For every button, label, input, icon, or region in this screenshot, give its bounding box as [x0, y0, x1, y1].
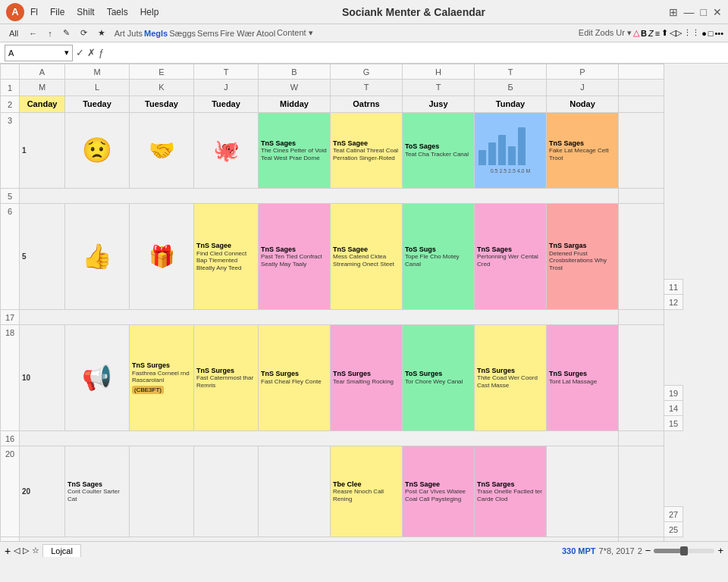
name-box-arrow[interactable]: ▾: [64, 48, 69, 58]
cell-w2-T[interactable]: TnS Sagee Find Cled Connect Bap Tlemente…: [194, 204, 259, 310]
day-tunday[interactable]: Tunday: [475, 96, 547, 113]
nav-italic[interactable]: Z: [648, 29, 654, 38]
cell-w4-H[interactable]: TnS Sagee Post Car Vlves Wlatee Coal Cal…: [403, 446, 475, 537]
nav-share[interactable]: ⋮⋮: [683, 28, 700, 38]
nav-sort[interactable]: ⬆: [661, 28, 668, 38]
nav-art[interactable]: Art Juts: [115, 29, 143, 38]
nav-sems[interactable]: Sems: [197, 29, 218, 38]
cell-w2-M[interactable]: 👍: [65, 204, 130, 310]
cell-w1-T2[interactable]: 0.5 2.5 2.5 4.0 M: [475, 113, 547, 189]
nav-all[interactable]: All: [5, 28, 23, 39]
name-box[interactable]: A ▾: [5, 45, 73, 61]
close-icon[interactable]: ✕: [713, 6, 722, 18]
formula-cross[interactable]: ✗: [87, 47, 96, 58]
sheet-right-icon[interactable]: ▷: [23, 546, 29, 555]
sheet-star-icon[interactable]: ☆: [32, 546, 39, 555]
cell-w1-H[interactable]: ToS Sages Teat Cha Tracker Canal: [403, 113, 475, 189]
cell-w3-P[interactable]: TnS Surges Tont Lat Massage: [547, 325, 619, 431]
menu-file[interactable]: File: [50, 7, 64, 17]
col-P[interactable]: P: [547, 64, 619, 80]
col-G[interactable]: G: [331, 64, 403, 80]
col-B[interactable]: B: [259, 64, 331, 80]
nav-content[interactable]: Content ▾: [277, 28, 313, 38]
cell-w4-P[interactable]: [547, 446, 619, 537]
cell-w2-E[interactable]: 🎁: [130, 204, 194, 310]
menu-help[interactable]: Help: [140, 7, 159, 17]
menu-fl[interactable]: Fl: [30, 7, 38, 17]
cell-w4-B[interactable]: [259, 446, 331, 537]
nav-saeggs[interactable]: Sæggs: [169, 29, 196, 38]
nav-refresh[interactable]: ⟳: [76, 27, 92, 39]
col-T2[interactable]: T: [475, 64, 547, 80]
cell-w1-A[interactable]: 1: [20, 113, 65, 189]
formula-fx[interactable]: ƒ: [99, 47, 104, 58]
nav-back[interactable]: ←: [24, 28, 42, 39]
cell-w4-M[interactable]: TnS Sages Cont Coulter Sarter Cat: [65, 446, 130, 537]
cell-w2-H[interactable]: ToS Sugs Tope Fle Cho Motey Canal: [403, 204, 475, 310]
col-A[interactable]: A: [20, 64, 65, 80]
col-M[interactable]: M: [65, 64, 130, 80]
nav-more[interactable]: •••: [714, 29, 723, 38]
minimize-icon[interactable]: —: [684, 6, 695, 18]
cell-w1-T[interactable]: 🐙: [194, 113, 259, 189]
cell-w4-E[interactable]: [130, 446, 194, 537]
cell-w3-T[interactable]: TnS Surges Fast Caternmost thar Remris: [194, 325, 259, 431]
nav-arrows[interactable]: ◁▷: [670, 28, 682, 38]
cell-w3-M[interactable]: 📢: [65, 325, 130, 431]
day-tueday2[interactable]: Tueday: [194, 96, 259, 113]
bottom-mpt[interactable]: 330 MPT: [562, 546, 596, 555]
cell-w2-P[interactable]: TnS Sargas Detened Frust Crosbsiteration…: [547, 204, 619, 310]
nav-bold[interactable]: B: [641, 29, 647, 38]
cell-w1-E[interactable]: 🤝: [130, 113, 194, 189]
day-tueday[interactable]: Tueday: [65, 96, 130, 113]
day-tuesday[interactable]: Tuesday: [130, 96, 194, 113]
day-oatrns[interactable]: Oatrns: [331, 96, 403, 113]
formula-check[interactable]: ✓: [76, 47, 84, 58]
day-noday[interactable]: Noday: [547, 96, 619, 113]
bottom-zoom-out[interactable]: −: [645, 545, 651, 556]
cell-w3-A[interactable]: 10: [20, 325, 65, 431]
menu-taels[interactable]: Taels: [107, 7, 128, 17]
col-E[interactable]: E: [130, 64, 194, 80]
cell-w1-G[interactable]: TnS Sagee Teat Catinal Threat Coal Perra…: [331, 113, 403, 189]
nav-up[interactable]: ↑: [43, 28, 57, 39]
cell-w2-G[interactable]: TnS Sagee Mess Catend Cktea Streaming On…: [331, 204, 403, 310]
sheet-left-icon[interactable]: ◁: [14, 546, 20, 555]
sheet-scroll[interactable]: A M E T B G H T P 1 M L K: [0, 64, 728, 541]
col-T[interactable]: T: [194, 64, 259, 80]
cell-w3-E[interactable]: TnS Surges Fasthrea Corneel rnd Rascarol…: [130, 325, 194, 431]
maximize-icon[interactable]: □: [701, 6, 707, 18]
cell-w3-T2[interactable]: TnS Surges Thite Coad Wer Coord Cast Mas…: [475, 325, 547, 431]
zoom-slider[interactable]: [654, 549, 714, 553]
tile-icon[interactable]: ⊞: [669, 6, 678, 18]
cell-w4-T[interactable]: [194, 446, 259, 537]
nav-list[interactable]: ≡: [655, 29, 660, 38]
day-midday[interactable]: Midday: [259, 96, 331, 113]
nav-editzods[interactable]: Edit Zods Ur ▾: [579, 28, 632, 38]
sheet-tab-lojcal[interactable]: Lojcal: [42, 544, 81, 557]
col-H[interactable]: H: [403, 64, 475, 80]
cell-w3-G[interactable]: TnS Surges Tear Smalting Rocking: [331, 325, 403, 431]
day-canday[interactable]: Canday: [20, 96, 65, 113]
cell-w1-M[interactable]: 😟: [65, 113, 130, 189]
cell-w3-H[interactable]: ToS Surges Tor Chore Wey Canal: [403, 325, 475, 431]
cell-w4-A[interactable]: 20: [20, 446, 65, 537]
cell-w4-G[interactable]: Tbe Clee Reasre Nnoch Call Rening: [331, 446, 403, 537]
nav-megls[interactable]: Megls: [144, 29, 168, 38]
cell-w3-B[interactable]: TnS Surges Fast Cheal Fley Conte: [259, 325, 331, 431]
nav-atool[interactable]: Atool: [256, 29, 275, 38]
nav-star[interactable]: ★: [93, 27, 110, 39]
nav-dot[interactable]: ●: [701, 29, 707, 38]
menu-shilt[interactable]: Shilt: [77, 7, 94, 17]
cell-w2-T2[interactable]: TnS Sages Pertonning Wer Cental Cred: [475, 204, 547, 310]
nav-firewer[interactable]: Fire Wær: [220, 29, 255, 38]
nav-square[interactable]: □: [708, 29, 714, 38]
col-extra[interactable]: [619, 64, 664, 80]
menu-bar[interactable]: Fl File Shilt Taels Help: [30, 7, 158, 17]
bottom-zoom-in[interactable]: +: [717, 545, 723, 556]
window-controls[interactable]: ⊞ — □ ✕: [669, 6, 722, 18]
cell-w2-B[interactable]: TnS Sages Past Ten Tied Confract Seatly …: [259, 204, 331, 310]
day-jusy[interactable]: Jusy: [403, 96, 475, 113]
cell-w1-P[interactable]: TnS Sages Fake Lat Mecage Cett Troot: [547, 113, 619, 189]
sheet-add-icon[interactable]: +: [5, 545, 11, 557]
